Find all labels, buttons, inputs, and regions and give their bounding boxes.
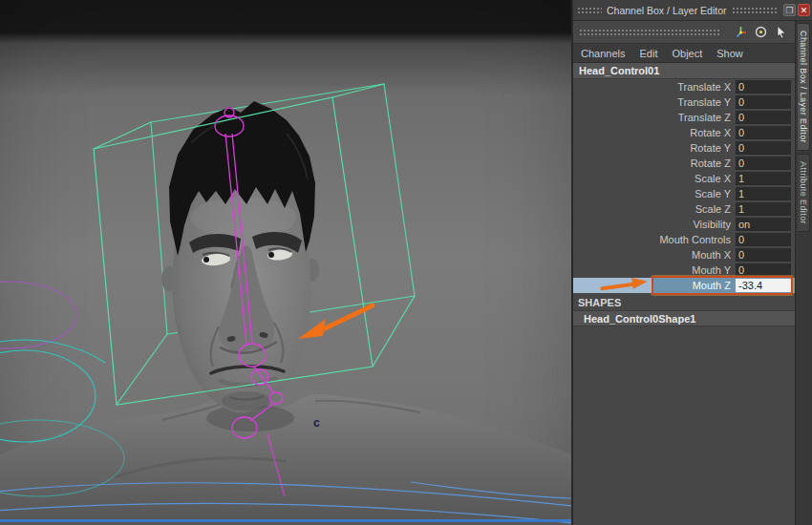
channel-row[interactable]: Visibility on (573, 217, 795, 232)
editor-tab-strip: Channel Box / Layer Editor Attribute Edi… (795, 21, 812, 525)
channel-row[interactable]: Translate Z 0 (573, 110, 795, 125)
manipulator-toolbar (573, 21, 795, 44)
channel-value-field[interactable]: 1 (736, 187, 791, 200)
panel-title: Channel Box / Layer Editor (607, 5, 727, 16)
channel-value-field[interactable]: on (736, 218, 791, 231)
close-panel-icon[interactable]: ✕ (798, 4, 810, 16)
drag-grip[interactable] (577, 7, 602, 14)
drag-grip[interactable] (579, 29, 721, 36)
channel-name[interactable]: Scale Y (573, 186, 736, 201)
active-panel-highlight (0, 519, 571, 522)
character-model (0, 101, 571, 525)
channel-box-menubar: Channels Edit Object Show (573, 44, 795, 63)
channel-row[interactable]: Mouth Y 0 (573, 262, 795, 278)
channel-value-field[interactable]: 0 (736, 111, 791, 124)
menu-show[interactable]: Show (716, 48, 743, 59)
panel-titlebar: Channel Box / Layer Editor ❐ ✕ (573, 0, 812, 21)
channel-value-field[interactable]: -33.4 (736, 279, 791, 292)
channel-name[interactable]: Rotate Y (573, 140, 736, 156)
channel-name[interactable]: Scale X (573, 171, 736, 186)
object-name-header[interactable]: Head_Control01 (573, 63, 795, 79)
channel-row[interactable]: Mouth Z -33.4 (573, 278, 795, 293)
drag-grip[interactable] (732, 7, 778, 14)
channel-value-field[interactable]: 0 (736, 263, 791, 277)
menu-object[interactable]: Object (672, 48, 702, 59)
channel-name[interactable]: Rotate Z (573, 156, 736, 171)
channel-name[interactable]: Mouth Z (573, 278, 736, 293)
channel-row[interactable]: Scale X 1 (573, 171, 795, 186)
tab-channel-box-layer-editor[interactable]: Channel Box / Layer Editor (798, 23, 810, 151)
channel-name[interactable]: Rotate X (573, 125, 736, 140)
channel-row[interactable]: Mouth Controls 0 (573, 232, 795, 247)
channel-row[interactable]: Mouth X 0 (573, 247, 795, 262)
channel-row[interactable]: Translate X 0 (573, 79, 795, 94)
select-tool-icon[interactable] (773, 24, 789, 40)
channel-value-field[interactable]: 1 (736, 172, 791, 185)
channel-value-field[interactable]: 0 (736, 95, 791, 109)
float-panel-icon[interactable]: ❐ (783, 4, 796, 16)
scene-label-c: c (313, 416, 320, 430)
channel-row[interactable]: Rotate Y 0 (573, 140, 795, 156)
channel-box-panel: Channel Box / Layer Editor ❐ ✕ (573, 0, 812, 525)
channel-list: Translate X 0 Translate Y 0 (573, 79, 795, 293)
channel-row[interactable]: Scale Y 1 (573, 186, 795, 201)
viewport-3d-scene: c (0, 0, 571, 525)
channel-name[interactable]: Visibility (573, 217, 736, 232)
channel-name[interactable]: Mouth Controls (573, 232, 736, 247)
channel-value-field[interactable]: 0 (736, 141, 791, 155)
key-selected-icon[interactable] (753, 24, 769, 40)
tab-attribute-editor[interactable]: Attribute Editor (798, 154, 810, 232)
show-manipulator-icon[interactable] (733, 24, 749, 40)
shape-node-row[interactable]: Head_Control0Shape1 (573, 310, 795, 326)
channel-name[interactable]: Scale Z (573, 201, 736, 217)
maya-window: c Channel Box / Layer Editor ❐ ✕ (0, 0, 812, 525)
channel-value-field[interactable]: 0 (736, 126, 791, 139)
channel-name[interactable]: Mouth Y (573, 262, 736, 278)
channel-value-field[interactable]: 0 (736, 233, 791, 246)
channel-value-field[interactable]: 0 (736, 248, 791, 262)
channel-name[interactable]: Mouth X (573, 247, 736, 262)
channel-row[interactable]: Rotate X 0 (573, 125, 795, 140)
channel-name[interactable]: Translate X (573, 79, 736, 94)
viewport-3d[interactable]: c (0, 0, 571, 525)
channel-box-column: Channels Edit Object Show Head_Control01… (573, 21, 795, 525)
channel-name[interactable]: Translate Y (573, 94, 736, 110)
channel-value-field[interactable]: 1 (736, 202, 791, 216)
channel-row[interactable]: Scale Z 1 (573, 201, 795, 217)
menu-edit[interactable]: Edit (639, 48, 657, 59)
channel-value-field[interactable]: 0 (736, 157, 791, 170)
channel-value-field[interactable]: 0 (736, 80, 791, 94)
menu-channels[interactable]: Channels (581, 48, 625, 59)
channel-row[interactable]: Rotate Z 0 (573, 156, 795, 171)
shapes-section-header: SHAPES (573, 295, 795, 310)
channel-row[interactable]: Translate Y 0 (573, 94, 795, 110)
channel-list-area: Head_Control01 Translate X 0 Translate Y (573, 63, 795, 525)
channel-name[interactable]: Translate Z (573, 110, 736, 125)
